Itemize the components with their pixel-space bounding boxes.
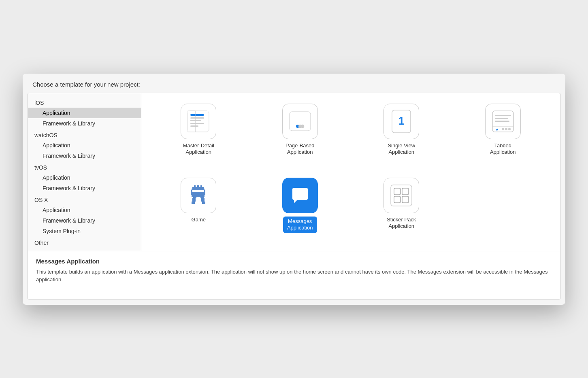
page-based-icon-wrap xyxy=(282,104,318,139)
svg-rect-20 xyxy=(495,115,511,116)
template-messages[interactable]: MessagesApplication xyxy=(251,174,349,244)
sidebar-item-tvos-application[interactable]: Application xyxy=(28,172,141,183)
sidebar-item-osx-framework[interactable]: Framework & Library xyxy=(28,215,141,226)
svg-rect-4 xyxy=(190,120,201,121)
description-area: Messages Application This template build… xyxy=(28,251,560,299)
svg-rect-6 xyxy=(190,125,198,127)
dialog-main: iOS Application Framework & Library watc… xyxy=(28,93,560,251)
sidebar-item-tvos-framework[interactable]: Framework & Library xyxy=(28,183,141,193)
tabbed-icon: ★ xyxy=(491,109,515,134)
tabbed-label: TabbedApplication xyxy=(490,142,516,156)
sidebar-item-ios-application[interactable]: Application xyxy=(28,108,141,118)
sidebar: iOS Application Framework & Library watc… xyxy=(28,93,141,251)
sticker-pack-label: Sticker PackApplication xyxy=(387,217,416,230)
svg-rect-31 xyxy=(204,190,205,192)
template-grid: Master-DetailApplication xyxy=(149,100,552,244)
svg-rect-29 xyxy=(194,190,196,192)
svg-rect-24 xyxy=(197,185,199,187)
template-page-based[interactable]: Page-BasedApplication xyxy=(251,100,349,167)
page-based-label: Page-BasedApplication xyxy=(285,142,315,156)
svg-rect-23 xyxy=(194,185,196,187)
svg-text:★: ★ xyxy=(495,127,499,132)
svg-rect-22 xyxy=(495,121,509,122)
svg-rect-30 xyxy=(200,190,202,192)
master-detail-icon-wrap xyxy=(181,104,216,139)
single-view-icon: 1 xyxy=(391,109,411,134)
svg-rect-3 xyxy=(190,117,204,119)
svg-rect-35 xyxy=(193,197,196,198)
sidebar-section-watchos[interactable]: watchOS xyxy=(28,129,141,140)
description-text: This template builds an application with… xyxy=(36,268,552,284)
svg-rect-5 xyxy=(190,123,204,124)
master-detail-label: Master-DetailApplication xyxy=(183,142,214,156)
master-detail-icon xyxy=(186,109,211,134)
sidebar-item-watchos-framework[interactable]: Framework & Library xyxy=(28,151,141,161)
sidebar-item-watchos-application[interactable]: Application xyxy=(28,140,141,151)
sidebar-section-other[interactable]: Other xyxy=(28,236,141,248)
svg-rect-42 xyxy=(391,185,412,206)
project-template-dialog: Choose a template for your new project: … xyxy=(23,74,565,305)
svg-rect-26 xyxy=(192,187,204,189)
svg-rect-37 xyxy=(192,198,196,202)
svg-point-11 xyxy=(301,125,304,128)
single-view-label: Single ViewApplication xyxy=(388,142,415,156)
sticker-pack-icon xyxy=(389,183,413,208)
svg-point-19 xyxy=(508,128,511,130)
messages-icon-wrap xyxy=(282,178,318,213)
sidebar-item-osx-plugin[interactable]: System Plug-in xyxy=(28,226,141,236)
svg-point-18 xyxy=(505,128,507,130)
sidebar-section-osx[interactable]: OS X xyxy=(28,193,141,205)
description-title: Messages Application xyxy=(36,258,552,265)
svg-text:1: 1 xyxy=(398,115,405,127)
svg-rect-1 xyxy=(188,111,195,132)
game-icon-wrap xyxy=(181,178,216,213)
game-label: Game xyxy=(192,217,206,223)
messages-icon xyxy=(288,184,312,207)
sidebar-item-ios-framework[interactable]: Framework & Library xyxy=(28,118,141,129)
svg-rect-28 xyxy=(191,190,192,192)
messages-label: MessagesApplication xyxy=(283,217,317,234)
template-master-detail[interactable]: Master-DetailApplication xyxy=(149,100,248,167)
template-single-view[interactable]: 1 Single ViewApplication xyxy=(352,100,451,167)
sticker-pack-icon-wrap xyxy=(383,178,419,213)
svg-rect-25 xyxy=(200,185,202,187)
svg-rect-36 xyxy=(200,197,204,198)
svg-point-17 xyxy=(502,128,504,130)
svg-rect-39 xyxy=(192,202,195,204)
svg-rect-2 xyxy=(190,114,204,116)
svg-rect-38 xyxy=(201,198,205,202)
svg-rect-33 xyxy=(191,193,205,195)
template-game[interactable]: Game xyxy=(149,174,248,244)
game-icon xyxy=(186,183,211,208)
svg-rect-32 xyxy=(191,192,205,193)
sidebar-section-ios[interactable]: iOS xyxy=(28,96,141,108)
content-area: Master-DetailApplication xyxy=(141,93,560,251)
template-tabbed[interactable]: ★ TabbedApplication xyxy=(454,100,552,167)
svg-rect-21 xyxy=(495,118,508,119)
svg-rect-34 xyxy=(192,195,205,197)
dialog-body: iOS Application Framework & Library watc… xyxy=(28,93,560,300)
single-view-icon-wrap: 1 xyxy=(383,104,419,139)
svg-rect-40 xyxy=(202,202,205,204)
template-sticker-pack[interactable]: Sticker PackApplication xyxy=(352,174,451,244)
dialog-title: Choose a template for your new project: xyxy=(23,74,565,93)
page-based-icon xyxy=(288,110,312,132)
tabbed-icon-wrap: ★ xyxy=(485,104,521,139)
sidebar-section-tvos[interactable]: tvOS xyxy=(28,161,141,172)
svg-rect-27 xyxy=(192,189,205,190)
sidebar-item-osx-application[interactable]: Application xyxy=(28,205,141,215)
